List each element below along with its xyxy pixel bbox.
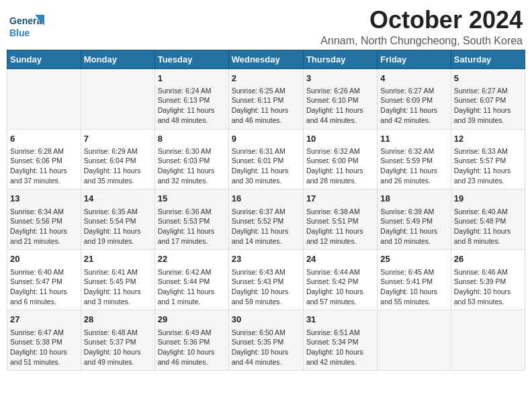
calendar-cell: 29Sunrise: 6:49 AM Sunset: 5:36 PM Dayli… [154,310,228,371]
day-number: 10 [306,133,374,145]
day-info: Sunrise: 6:43 AM Sunset: 5:43 PM Dayligh… [232,267,300,307]
day-info: Sunrise: 6:31 AM Sunset: 6:01 PM Dayligh… [232,146,300,186]
week-row-3: 13Sunrise: 6:34 AM Sunset: 5:56 PM Dayli… [7,189,525,250]
calendar-cell: 15Sunrise: 6:36 AM Sunset: 5:53 PM Dayli… [154,189,228,250]
calendar-table: SundayMondayTuesdayWednesdayThursdayFrid… [7,50,525,371]
day-info: Sunrise: 6:29 AM Sunset: 6:04 PM Dayligh… [84,146,152,186]
day-info: Sunrise: 6:39 AM Sunset: 5:49 PM Dayligh… [380,207,447,246]
calendar-cell: 5Sunrise: 6:27 AM Sunset: 6:07 PM Daylig… [451,68,525,129]
calendar-cell: 4Sunrise: 6:27 AM Sunset: 6:09 PM Daylig… [378,68,451,129]
svg-text:Blue: Blue [9,28,30,38]
day-number: 8 [158,133,226,145]
day-number: 12 [454,133,522,145]
week-row-5: 27Sunrise: 6:47 AM Sunset: 5:38 PM Dayli… [7,310,525,371]
calendar-cell: 19Sunrise: 6:40 AM Sunset: 5:48 PM Dayli… [451,189,525,250]
week-row-2: 6Sunrise: 6:28 AM Sunset: 6:06 PM Daylig… [7,129,525,189]
title-block: October 2024 Annam, North Chungcheong, S… [320,7,523,47]
day-number: 26 [454,253,522,265]
day-info: Sunrise: 6:46 AM Sunset: 5:39 PM Dayligh… [454,267,522,307]
day-number: 3 [306,73,374,85]
calendar-header-row: SundayMondayTuesdayWednesdayThursdayFrid… [7,50,525,68]
calendar-cell: 27Sunrise: 6:47 AM Sunset: 5:38 PM Dayli… [7,310,81,371]
day-header-friday: Friday [378,50,451,68]
day-header-tuesday: Tuesday [154,50,228,68]
day-info: Sunrise: 6:44 AM Sunset: 5:42 PM Dayligh… [306,267,374,307]
calendar-cell: 7Sunrise: 6:29 AM Sunset: 6:04 PM Daylig… [81,129,154,189]
calendar-cell: 23Sunrise: 6:43 AM Sunset: 5:43 PM Dayli… [228,250,303,310]
day-info: Sunrise: 6:40 AM Sunset: 5:47 PM Dayligh… [10,267,78,307]
day-number: 7 [84,133,152,145]
calendar-cell [378,310,451,371]
day-number: 9 [232,133,300,145]
day-info: Sunrise: 6:28 AM Sunset: 6:06 PM Dayligh… [10,146,78,186]
subtitle: Annam, North Chungcheong, South Korea [320,35,523,47]
calendar-cell: 25Sunrise: 6:45 AM Sunset: 5:41 PM Dayli… [378,250,451,310]
day-info: Sunrise: 6:25 AM Sunset: 6:11 PM Dayligh… [232,86,300,126]
day-info: Sunrise: 6:34 AM Sunset: 5:56 PM Dayligh… [10,207,78,246]
day-number: 18 [380,193,447,205]
calendar-cell: 24Sunrise: 6:44 AM Sunset: 5:42 PM Dayli… [303,250,377,310]
calendar-cell: 31Sunrise: 6:51 AM Sunset: 5:34 PM Dayli… [303,310,377,371]
day-header-thursday: Thursday [303,50,377,68]
day-info: Sunrise: 6:50 AM Sunset: 5:35 PM Dayligh… [232,328,300,367]
day-info: Sunrise: 6:30 AM Sunset: 6:03 PM Dayligh… [158,146,226,186]
week-row-1: 1Sunrise: 6:24 AM Sunset: 6:13 PM Daylig… [7,68,525,129]
calendar-cell: 2Sunrise: 6:25 AM Sunset: 6:11 PM Daylig… [228,68,303,129]
calendar-cell: 20Sunrise: 6:40 AM Sunset: 5:47 PM Dayli… [7,250,81,310]
calendar-cell [81,68,154,129]
day-number: 27 [10,314,78,326]
day-info: Sunrise: 6:51 AM Sunset: 5:34 PM Dayligh… [306,328,374,367]
calendar-cell [451,310,525,371]
calendar-cell: 28Sunrise: 6:48 AM Sunset: 5:37 PM Dayli… [81,310,154,371]
day-info: Sunrise: 6:33 AM Sunset: 5:57 PM Dayligh… [454,146,522,186]
calendar-cell [7,68,81,129]
day-number: 20 [10,253,78,265]
day-number: 17 [306,193,374,205]
calendar-cell: 10Sunrise: 6:32 AM Sunset: 6:00 PM Dayli… [303,129,377,189]
calendar-cell: 6Sunrise: 6:28 AM Sunset: 6:06 PM Daylig… [7,129,81,189]
day-info: Sunrise: 6:37 AM Sunset: 5:52 PM Dayligh… [232,207,300,246]
day-number: 16 [232,193,300,205]
day-number: 30 [232,314,300,326]
calendar-cell: 17Sunrise: 6:38 AM Sunset: 5:51 PM Dayli… [303,189,377,250]
day-info: Sunrise: 6:45 AM Sunset: 5:41 PM Dayligh… [380,267,447,307]
calendar-cell: 16Sunrise: 6:37 AM Sunset: 5:52 PM Dayli… [228,189,303,250]
day-number: 6 [10,133,78,145]
day-info: Sunrise: 6:49 AM Sunset: 5:36 PM Dayligh… [158,328,226,367]
day-info: Sunrise: 6:47 AM Sunset: 5:38 PM Dayligh… [10,328,78,367]
day-header-monday: Monday [81,50,154,68]
day-info: Sunrise: 6:27 AM Sunset: 6:07 PM Dayligh… [454,86,522,126]
day-number: 19 [454,193,522,205]
logo: General Blue [9,11,44,40]
day-number: 2 [232,73,300,85]
day-number: 25 [380,253,447,265]
calendar-cell: 11Sunrise: 6:32 AM Sunset: 5:59 PM Dayli… [378,129,451,189]
day-number: 5 [454,73,522,85]
day-number: 29 [158,314,226,326]
day-info: Sunrise: 6:36 AM Sunset: 5:53 PM Dayligh… [158,207,226,246]
day-number: 13 [10,193,78,205]
day-info: Sunrise: 6:38 AM Sunset: 5:51 PM Dayligh… [306,207,374,246]
day-info: Sunrise: 6:27 AM Sunset: 6:09 PM Dayligh… [380,86,447,126]
day-header-wednesday: Wednesday [228,50,303,68]
month-title: October 2024 [320,7,523,34]
day-header-saturday: Saturday [451,50,525,68]
day-info: Sunrise: 6:35 AM Sunset: 5:54 PM Dayligh… [84,207,152,246]
calendar-cell: 14Sunrise: 6:35 AM Sunset: 5:54 PM Dayli… [81,189,154,250]
calendar-cell: 9Sunrise: 6:31 AM Sunset: 6:01 PM Daylig… [228,129,303,189]
day-number: 11 [380,133,447,145]
day-header-sunday: Sunday [7,50,81,68]
calendar-cell: 13Sunrise: 6:34 AM Sunset: 5:56 PM Dayli… [7,189,81,250]
day-number: 4 [380,73,447,85]
calendar-cell: 26Sunrise: 6:46 AM Sunset: 5:39 PM Dayli… [451,250,525,310]
calendar-cell: 3Sunrise: 6:26 AM Sunset: 6:10 PM Daylig… [303,68,377,129]
day-number: 15 [158,193,226,205]
calendar-cell: 1Sunrise: 6:24 AM Sunset: 6:13 PM Daylig… [154,68,228,129]
page-header: General Blue October 2024 Annam, North C… [7,7,525,47]
calendar-cell: 8Sunrise: 6:30 AM Sunset: 6:03 PM Daylig… [154,129,228,189]
day-info: Sunrise: 6:40 AM Sunset: 5:48 PM Dayligh… [454,207,522,246]
calendar-cell: 30Sunrise: 6:50 AM Sunset: 5:35 PM Dayli… [228,310,303,371]
day-info: Sunrise: 6:42 AM Sunset: 5:44 PM Dayligh… [158,267,226,307]
day-number: 24 [306,253,374,265]
day-info: Sunrise: 6:41 AM Sunset: 5:45 PM Dayligh… [84,267,152,307]
